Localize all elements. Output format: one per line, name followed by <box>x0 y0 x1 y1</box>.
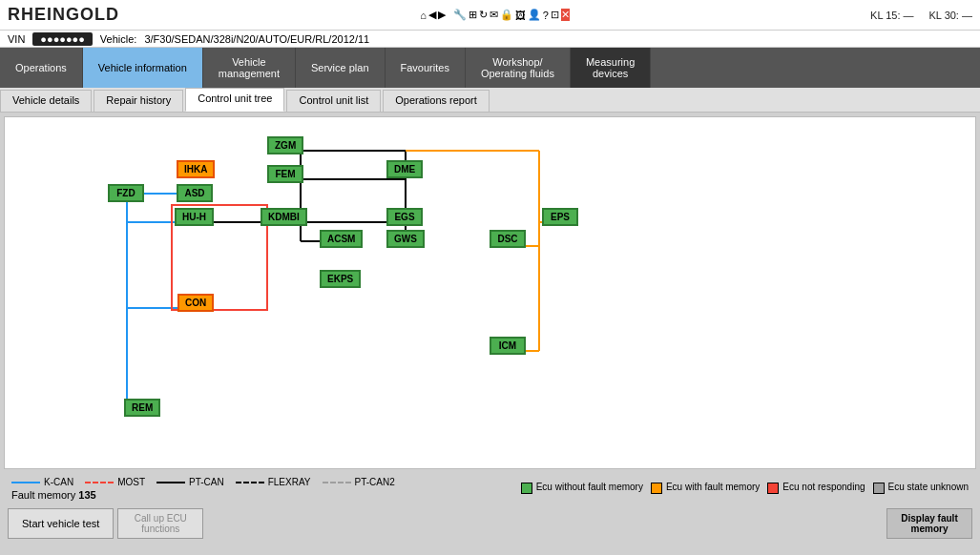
bottom-legend-bar: K-CAN MOST PT-CAN FLEXRAY PT-CAN2 Fault … <box>0 473 980 504</box>
ecu-con[interactable]: CON <box>177 294 214 312</box>
wrench-icon[interactable]: 🔧 <box>453 9 467 21</box>
ecu-zgm[interactable]: ZGM <box>267 136 303 154</box>
vin-label: VIN <box>8 33 25 45</box>
tab-workshop[interactable]: Workshop/ Operating fluids <box>466 48 571 88</box>
lock-icon[interactable]: 🔒 <box>500 9 513 21</box>
fault-memory-row: Fault memory 135 <box>11 489 395 501</box>
ecu-state-unknown-legend: Ecu state unknown <box>873 482 970 493</box>
tab-service-plan[interactable]: Service plan <box>296 48 386 88</box>
toolbar-icons: ⌂ ◀ ▶ 🔧 ⊞ ↻ ✉ 🔒 🖼 👤 ? ⊡ ✕ <box>119 9 870 21</box>
app-logo: RHEINGOLD <box>8 5 119 25</box>
nav-tabs: Operations Vehicle information Vehicle m… <box>0 48 980 88</box>
subtab-control-unit-list[interactable]: Control unit list <box>286 90 381 112</box>
ecu-asd[interactable]: ASD <box>177 184 213 202</box>
help-icon[interactable]: ? <box>543 10 549 21</box>
call-up-ecu-button[interactable]: Call up ECU functions <box>117 508 203 539</box>
fault-memory-label: Fault memory <box>11 489 75 501</box>
grid-icon[interactable]: ⊞ <box>469 9 477 21</box>
vehicle-label: Vehicle: <box>100 33 137 45</box>
ecu-type-legend: Ecu without fault memory Ecu with fault … <box>521 482 969 493</box>
subtab-operations-report[interactable]: Operations report <box>383 90 490 112</box>
ecu-dme[interactable]: DME <box>386 160 423 178</box>
ecu-icm[interactable]: ICM <box>490 337 526 355</box>
titlebar: RHEINGOLD ⌂ ◀ ▶ 🔧 ⊞ ↻ ✉ 🔒 🖼 👤 ? ⊡ ✕ KL 1… <box>0 0 980 31</box>
fault-memory-count: 135 <box>78 489 95 501</box>
ecu-no-fault-legend: Ecu without fault memory <box>521 482 643 493</box>
user-icon[interactable]: 👤 <box>528 9 541 21</box>
sub-tabs: Vehicle details Repair history Control u… <box>0 88 980 113</box>
subtab-control-unit-tree[interactable]: Control unit tree <box>185 88 284 112</box>
vehicle-value: 3/F30/SEDAN/328i/N20/AUTO/EUR/RL/2012/11 <box>144 33 369 45</box>
ecu-egs[interactable]: EGS <box>386 208 423 226</box>
tab-measuring-devices[interactable]: Measuring devices <box>571 48 651 88</box>
ecu-dsc[interactable]: DSC <box>490 230 526 248</box>
image-icon[interactable]: 🖼 <box>515 10 526 21</box>
subtab-repair-history[interactable]: Repair history <box>94 90 183 112</box>
ptcan-legend: PT-CAN <box>156 477 224 487</box>
ecu-rem[interactable]: REM <box>124 399 160 417</box>
ecu-gws[interactable]: GWS <box>386 230 425 248</box>
ecu-ekps[interactable]: EKPS <box>320 270 361 288</box>
ecu-eps[interactable]: EPS <box>542 208 578 226</box>
ecu-ihka[interactable]: IHKA <box>177 160 215 178</box>
mail-icon[interactable]: ✉ <box>490 9 498 21</box>
home-icon[interactable]: ⌂ <box>420 10 427 21</box>
tab-vehicle-management[interactable]: Vehicle management <box>203 48 296 88</box>
tab-operations[interactable]: Operations <box>0 48 83 88</box>
tab-vehicle-information[interactable]: Vehicle information <box>83 48 203 88</box>
flexray-legend: FLEXRAY <box>236 477 311 487</box>
ecu-fzd[interactable]: FZD <box>108 184 144 202</box>
ecu-kdmbi[interactable]: KDMBI <box>261 208 307 226</box>
close-icon[interactable]: ✕ <box>561 9 570 21</box>
expand-icon[interactable]: ⊡ <box>551 9 559 21</box>
most-legend: MOST <box>85 477 145 487</box>
line-legend: K-CAN MOST PT-CAN FLEXRAY PT-CAN2 <box>11 477 395 487</box>
display-fault-memory-button[interactable]: Display fault memory <box>886 508 972 539</box>
main-diagram-area: ZGM FEM IHKA ASD FZD HU-H KDMBI CON DME … <box>4 116 976 469</box>
kcan-legend: K-CAN <box>11 477 73 487</box>
ecu-acsm[interactable]: ACSM <box>320 230 363 248</box>
refresh-icon[interactable]: ↻ <box>479 9 488 21</box>
back-icon[interactable]: ◀ <box>428 9 436 21</box>
vin-value: ●●●●●●● <box>32 32 93 46</box>
subtab-vehicle-details[interactable]: Vehicle details <box>0 90 92 112</box>
ecu-not-responding-legend: Ecu not responding <box>767 482 865 493</box>
ptcan2-legend: PT-CAN2 <box>323 477 395 487</box>
action-bar: Start vehicle test Call up ECU functions… <box>0 504 980 543</box>
vin-bar: VIN ●●●●●●● Vehicle: 3/F30/SEDAN/328i/N2… <box>0 31 980 48</box>
ecu-with-fault-legend: Ecu with fault memory <box>651 482 760 493</box>
kl30-label: KL 30: — <box>929 10 972 21</box>
start-vehicle-test-button[interactable]: Start vehicle test <box>8 508 114 539</box>
kl15-label: KL 15: — <box>870 10 913 21</box>
ecu-fem[interactable]: FEM <box>267 165 303 183</box>
ecu-hu-h[interactable]: HU-H <box>175 208 214 226</box>
tab-favourites[interactable]: Favourites <box>386 48 466 88</box>
forward-icon[interactable]: ▶ <box>438 9 446 21</box>
kl-status: KL 15: — KL 30: — <box>870 10 972 21</box>
